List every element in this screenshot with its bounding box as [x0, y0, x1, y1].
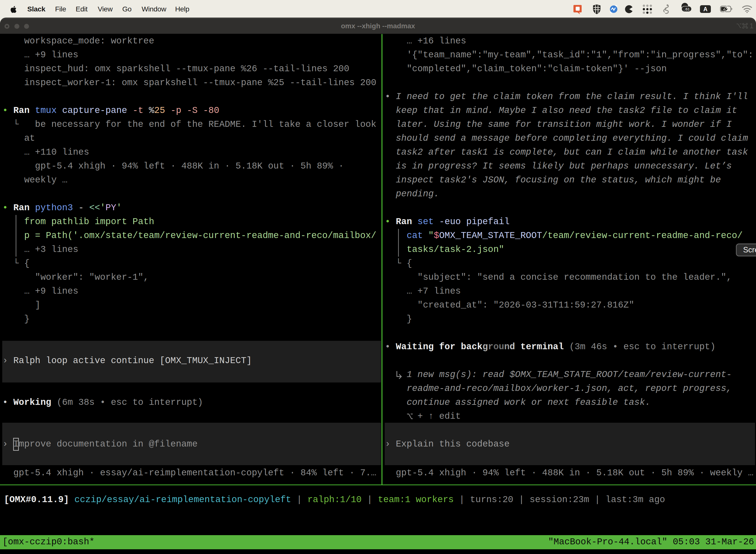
svg-text:A: A — [703, 6, 708, 12]
svg-text:..61: ..61 — [683, 7, 690, 11]
